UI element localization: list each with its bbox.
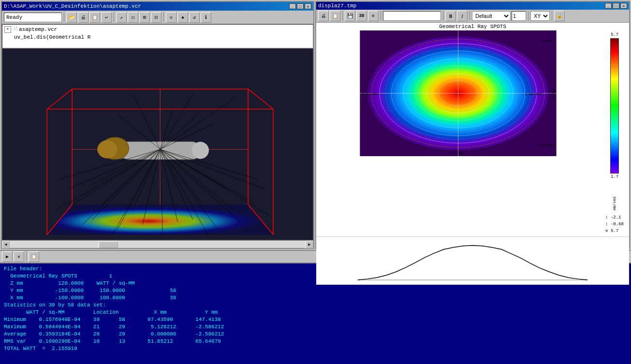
toolbar-separator-3 (163, 13, 164, 22)
minimize-button[interactable]: _ (289, 3, 296, 9)
refresh-button[interactable]: ↺ (189, 12, 200, 23)
console-line: Y mm -150.0000 150.0000 58 (4, 287, 627, 294)
left-panel: D:\ASAP_Work\UV_C_Desinfektion\asaptemp.… (1, 1, 314, 249)
tree-child-label: uv_bel.dis(Geometrical R (14, 34, 90, 40)
scroll-left-button[interactable]: ◀ (2, 241, 10, 248)
colormap-container: Y mm -1.5e+002 1.5e+002 1e+002 -1e+002 X… (316, 30, 600, 236)
console-line: Average 0.3593184E-04 20 29 0.000000 -2.… (4, 331, 627, 338)
diamond2-button[interactable]: ◈ (177, 12, 188, 23)
right-title-buttons: _ □ ✕ (605, 3, 627, 9)
console-line: TOTAL WATT = 2.155910 (4, 345, 627, 352)
console-line: X mm -100.0000 100.0000 39 (4, 294, 627, 302)
diamond1-button[interactable]: ◇ (166, 12, 176, 23)
undo-button[interactable]: ↩ (101, 12, 112, 23)
right-sep1 (342, 11, 343, 21)
console-line: Minimum 0.1576940E-04 39 58 97.43590 147… (4, 316, 627, 323)
right-minimize-button[interactable]: _ (605, 3, 612, 9)
right-copy-button[interactable]: 📋 (330, 11, 340, 21)
tree-root-label: asaptemp.vcr (19, 26, 57, 33)
status-text: Ready (6, 15, 22, 20)
number-input[interactable] (512, 11, 526, 21)
svg-text:-1e+002: -1e+002 (538, 144, 553, 147)
print-button[interactable]: 🖨 (78, 12, 88, 23)
left-title-buttons: _ □ ✕ (289, 3, 311, 9)
svg-point-18 (97, 140, 117, 158)
colorscale-bar (610, 38, 619, 174)
crosshair-v2: ↕ -0.68 (605, 221, 624, 228)
right-3d-button[interactable]: 3D (356, 11, 367, 21)
bottom-plot-svg (316, 237, 629, 285)
scene-svg (2, 49, 313, 240)
crosshair-v1: ↕ -2.1 (605, 214, 624, 221)
crosshair-values: ↕ -2.1 ↕ -0.68 ⊙ 5.7 (605, 214, 624, 234)
bold-button[interactable]: B (445, 11, 456, 21)
right-content: Geometrical Ray SPOTS (316, 23, 629, 285)
right-save-button[interactable]: 💾 (345, 11, 355, 21)
tree-expander[interactable]: + (4, 26, 11, 33)
left-titlebar: D:\ASAP_Work\UV_C_Desinfektion\asaptemp.… (2, 2, 313, 11)
close-button[interactable]: ✕ (305, 3, 311, 9)
right-maximize-button[interactable]: □ (613, 3, 619, 9)
console-line: Statistics on 39 by 58 data set: (4, 302, 627, 309)
right-close-button[interactable]: ✕ (620, 3, 627, 9)
right-sep6 (552, 11, 552, 21)
svg-text:1.5e+002: 1.5e+002 (525, 92, 542, 96)
tool3-button[interactable]: ⊞ (139, 12, 150, 23)
right-tool1-button[interactable]: ≡ (368, 11, 379, 21)
copy-button[interactable]: 📋 (89, 12, 100, 23)
tree-folder-icon: 📄 (12, 26, 18, 33)
svg-rect-70 (353, 237, 592, 285)
tree-root-item[interactable]: + 📄 asaptemp.vcr (4, 26, 311, 33)
left-title-text: D:\ASAP_Work\UV_C_Desinfektion\asaptemp.… (4, 3, 141, 9)
open-button[interactable]: 📂 (66, 12, 77, 23)
colormap-svg: Y mm -1.5e+002 1.5e+002 1e+002 -1e+002 X… (316, 30, 600, 156)
font-dropdown[interactable]: Default (472, 11, 511, 21)
left-toolbar: Ready 📂 🖨 📋 ↩ ↗ ◻ ⊞ ⊡ ◇ ◈ ↺ ℹ (2, 11, 313, 24)
console-line: WATT / sq-MM Location X mm Y mm (4, 309, 627, 316)
colorscale-sidebar: 5.7 1.7 mW/cm2 ↕ -2.1 ↕ -0.68 ⊙ 5.7 (600, 30, 629, 236)
tree-panel: + 📄 asaptemp.vcr uv_bel.dis(Geometrical … (2, 24, 313, 48)
right-toolbar: 🖨 📋 💾 3D ≡ B I Default XY 🔒 (316, 10, 629, 23)
tree-child-item[interactable]: uv_bel.dis(Geometrical R (4, 33, 311, 41)
right-sep5 (528, 11, 528, 21)
right-titlebar: displa27.tmp _ □ ✕ (316, 2, 629, 10)
right-panel: displa27.tmp _ □ ✕ 🖨 📋 💾 3D ≡ B I Defaul… (315, 1, 630, 249)
tool4-button[interactable]: ⊡ (151, 12, 161, 23)
console-sep (26, 252, 27, 262)
right-sep4 (470, 11, 470, 21)
scroll-track[interactable] (10, 241, 306, 248)
info-button[interactable]: ℹ (201, 12, 211, 23)
svg-marker-1 (47, 204, 273, 234)
lock-button[interactable]: 🔒 (554, 11, 565, 21)
console-stop-button[interactable]: ✕ (14, 251, 24, 262)
maximize-button[interactable]: □ (297, 3, 304, 9)
3d-viewport[interactable] (2, 48, 313, 240)
toolbar-separator-2 (114, 13, 114, 22)
right-title-text: displa27.tmp (318, 3, 356, 9)
tool2-button[interactable]: ◻ (128, 12, 138, 23)
console-run-button[interactable]: ▶ (2, 251, 13, 262)
italic-button[interactable]: I (457, 11, 468, 21)
status-display: Ready (4, 13, 62, 22)
svg-text:X mm: X mm (552, 89, 556, 98)
colorscale-unit-label: mW/cm2 (613, 181, 616, 210)
right-sep3 (443, 11, 443, 21)
crosshair-v3: ⊙ 5.7 (605, 228, 624, 234)
scroll-thumb[interactable] (99, 241, 118, 248)
plot-main: Y mm -1.5e+002 1.5e+002 1e+002 -1e+002 X… (316, 30, 629, 236)
right-print-button[interactable]: 🖨 (318, 11, 329, 21)
svg-text:Y mm: Y mm (454, 151, 463, 155)
scroll-right-button[interactable]: ▶ (306, 241, 313, 248)
axis-dropdown[interactable]: XY (530, 11, 550, 21)
tool1-button[interactable]: ↗ (116, 12, 127, 23)
toolbar-separator-1 (64, 13, 64, 22)
plot-title: Geometrical Ray SPOTS (316, 23, 629, 30)
colorscale-max-label: 5.7 (611, 32, 618, 37)
horizontal-scrollbar[interactable]: ◀ ▶ (2, 240, 313, 248)
console-copy-button[interactable]: 📋 (29, 251, 39, 262)
svg-text:1e+002: 1e+002 (541, 39, 553, 43)
svg-text:-1.5e+002: -1.5e+002 (360, 92, 379, 96)
bottom-plot (316, 236, 629, 285)
plot-input-field[interactable] (383, 11, 441, 21)
colorscale-min-label: 1.7 (611, 175, 618, 179)
